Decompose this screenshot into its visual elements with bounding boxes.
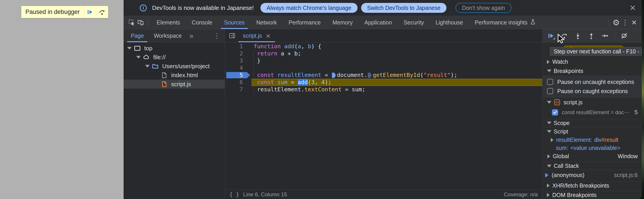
watch-label: Watch — [552, 59, 568, 65]
section-xhr-breakpoints[interactable]: XHR/fetch Breakpoints — [542, 181, 642, 190]
expander-icon[interactable] — [145, 65, 150, 67]
exception-option[interactable]: Pause on uncaught exceptions — [542, 77, 642, 87]
code-line-4: 4 — [225, 64, 542, 72]
code-line-6: 6 const sum = add(3, 4); — [225, 79, 542, 86]
tree-item-users-user-project[interactable]: Users/user/project — [124, 62, 225, 71]
inspect-icon[interactable] — [127, 16, 136, 29]
step-into-icon[interactable] — [574, 32, 582, 39]
tree-item-script-js[interactable]: script.js — [124, 80, 225, 89]
chevron-right-icon — [547, 193, 550, 197]
tab-sources[interactable]: Sources — [218, 16, 250, 29]
step-icon[interactable] — [601, 32, 608, 39]
hide-navigator-icon[interactable] — [227, 29, 237, 42]
tab-network[interactable]: Network — [250, 16, 283, 29]
scope-group-global[interactable]: GlobalWindow — [542, 152, 642, 161]
script-file-icon — [554, 99, 560, 106]
scope-list: ScriptresultElement:div#resultsum:<value… — [542, 127, 642, 161]
line-number[interactable]: 6 — [225, 79, 252, 86]
breakpoint-marker[interactable] — [226, 72, 250, 78]
code-text — [252, 64, 542, 72]
code-text: resultElement.textContent = sum; — [252, 86, 542, 93]
call-stack-frame[interactable]: (anonymous)script.js:6 — [542, 170, 642, 180]
nav-tab-workspace[interactable]: Workspace — [149, 29, 187, 42]
deactivate-breakpoints-icon[interactable] — [620, 32, 628, 39]
tab-elements[interactable]: Elements — [151, 16, 186, 29]
section-dom-breakpoints[interactable]: DOM Breakpoints — [542, 191, 642, 199]
tab-label: Sources — [224, 19, 245, 26]
settings-gear-icon[interactable]: ⚙ — [612, 16, 621, 29]
tab-security[interactable]: Security — [398, 16, 430, 29]
more-menu-icon[interactable]: ⋮ — [621, 16, 630, 29]
breakpoint-file-group[interactable]: script.js — [542, 97, 642, 107]
chevron-right-icon[interactable] — [551, 138, 554, 142]
checkbox[interactable] — [547, 88, 553, 94]
section-watch[interactable]: Watch — [542, 57, 642, 66]
line-number[interactable]: 4 — [225, 64, 252, 72]
scope-group-label: Global — [553, 153, 569, 160]
resume-script-button[interactable] — [84, 6, 96, 18]
tab-application[interactable]: Application — [359, 16, 398, 29]
close-tab-icon[interactable]: × — [266, 32, 271, 39]
line-number[interactable]: 3 — [225, 57, 252, 64]
tab-lighthouse[interactable]: Lighthouse — [430, 16, 469, 29]
tab-label: Network — [256, 19, 277, 26]
close-devtools-icon[interactable]: ✕ — [630, 16, 638, 29]
device-toolbar-icon[interactable] — [136, 16, 145, 29]
tab-performance-insights[interactable]: Performance insights — [469, 16, 542, 29]
section-scope[interactable]: Scope — [542, 119, 642, 127]
dont-show-again-button[interactable]: Don't show again — [456, 3, 512, 13]
step-over-button[interactable] — [96, 6, 108, 18]
tab-label: Performance insights — [475, 19, 528, 26]
scope-variable-resultelement[interactable]: resultElement:div#result — [542, 136, 642, 144]
expander-icon[interactable] — [136, 56, 141, 59]
chevron-down-icon — [547, 70, 552, 72]
infobar-message: DevTools is now available in Japanese! — [152, 4, 254, 11]
debugger-panel: Watch Breakpoints Pause on uncaught exce… — [542, 29, 642, 199]
tree-item-file-[interactable]: file:// — [124, 53, 225, 62]
call-stack-label: Call Stack — [554, 163, 579, 169]
section-breakpoints[interactable]: Breakpoints — [542, 66, 642, 76]
line-number[interactable]: 7 — [225, 86, 252, 93]
tab-memory[interactable]: Memory — [326, 16, 358, 29]
cloud-icon — [143, 54, 150, 61]
inline-breakpoint-marker[interactable] — [368, 73, 372, 78]
tree-item-top[interactable]: top — [124, 44, 225, 53]
editor-statusbar: { } Line 6, Column 15 Coverage: n/a — [225, 190, 542, 199]
tab-console[interactable]: Console — [186, 16, 218, 29]
debugger-sections: Watch Breakpoints Pause on uncaught exce… — [542, 42, 642, 199]
pretty-print-icon[interactable]: { } — [230, 191, 239, 198]
breakpoint-entry[interactable]: const resultElement = doc⋯5 — [542, 107, 642, 117]
tree-item-index-html[interactable]: index.html — [124, 71, 225, 80]
section-call-stack[interactable]: Call Stack — [542, 162, 642, 170]
frame-location: script.js:6 — [614, 172, 638, 178]
tab-performance[interactable]: Performance — [283, 16, 326, 29]
expander-icon[interactable] — [127, 47, 132, 50]
line-number[interactable]: 5 — [225, 72, 252, 79]
checkbox[interactable] — [547, 79, 553, 85]
close-icon[interactable]: ✕ — [628, 4, 638, 12]
navigator-menu-icon[interactable]: ⋮ — [209, 29, 225, 42]
code-text: const resultElement = document.getElemen… — [252, 72, 542, 79]
breakpoints-label: Breakpoints — [554, 68, 583, 74]
open-file-tab[interactable]: script.js × — [238, 29, 275, 42]
tree-item-label: top — [144, 45, 152, 52]
infobar-action-button[interactable]: Always match Chrome's language — [260, 3, 357, 13]
checkbox[interactable] — [552, 109, 558, 116]
step-over-icon[interactable] — [560, 32, 568, 39]
infobar-action-button[interactable]: Switch DevTools to Japanese — [361, 3, 447, 13]
line-number[interactable]: 2 — [225, 50, 252, 57]
scope-variable-sum[interactable]: sum:<value unavailable> — [542, 144, 642, 152]
file-js-icon — [161, 81, 168, 87]
line-number[interactable]: 1 — [225, 43, 252, 50]
inline-breakpoint-marker[interactable] — [332, 73, 336, 78]
code-line-5: 5 const resultElement = document.getElem… — [225, 72, 542, 79]
more-tabs-icon[interactable]: » — [187, 29, 196, 42]
resume-icon[interactable] — [547, 32, 554, 39]
exception-option[interactable]: Pause on caught exceptions — [542, 87, 642, 96]
toolbar-divider — [609, 19, 609, 26]
code-text: function add(a, b) { — [252, 43, 542, 50]
step-out-icon[interactable] — [587, 32, 595, 39]
nav-tab-page[interactable]: Page — [126, 29, 149, 42]
scope-group-script[interactable]: Script — [542, 127, 642, 136]
code-editor[interactable]: 1function add(a, b) {2 return a + b;3 }4… — [225, 42, 542, 190]
